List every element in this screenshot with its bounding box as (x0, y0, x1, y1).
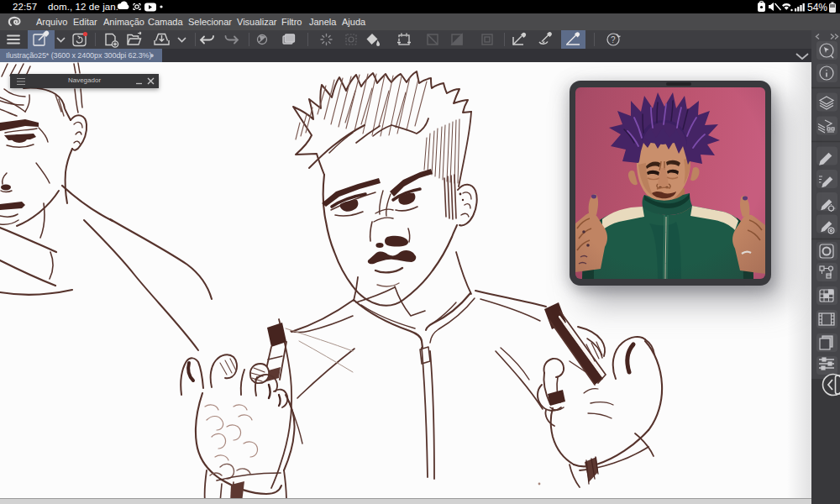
svg-text:54%: 54% (807, 2, 827, 13)
svg-text:?: ? (611, 35, 616, 45)
